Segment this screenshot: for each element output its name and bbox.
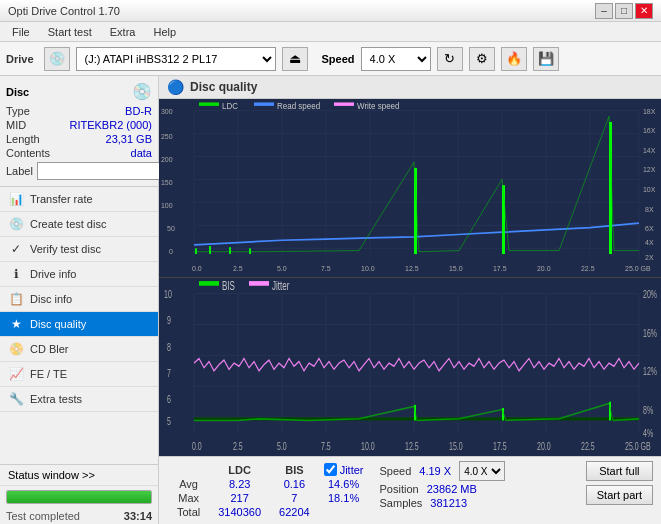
svg-text:100: 100 (161, 201, 173, 211)
svg-text:7.5: 7.5 (321, 440, 331, 452)
sidebar-item-drive-info[interactable]: ℹ Drive info (0, 262, 158, 287)
sidebar-item-disc-info[interactable]: 📋 Disc info (0, 287, 158, 312)
svg-text:5.0: 5.0 (277, 264, 287, 274)
svg-text:14X: 14X (643, 146, 655, 156)
svg-text:15.0: 15.0 (449, 440, 463, 452)
svg-text:12X: 12X (643, 165, 655, 175)
svg-text:22.5: 22.5 (581, 264, 595, 274)
menu-bar: File Start test Extra Help (0, 22, 661, 42)
bottom-chart-svg: BIS Jitter 10 9 8 7 6 5 20% 16% 12% 8% (159, 278, 661, 456)
avg-ldc: 8.23 (210, 478, 269, 490)
svg-text:LDC: LDC (222, 101, 238, 112)
svg-text:Jitter: Jitter (272, 280, 290, 293)
jitter-checkbox-label[interactable]: Jitter (324, 463, 364, 476)
svg-text:20%: 20% (643, 289, 657, 301)
disc-image-icon: 💿 (132, 82, 152, 101)
svg-text:12%: 12% (643, 366, 657, 378)
sidebar-item-extra-tests[interactable]: 🔧 Extra tests (0, 387, 158, 412)
avg-jitter: 14.6% (320, 478, 368, 490)
minimize-button[interactable]: – (595, 3, 613, 19)
stats-table: LDC BIS Jitter Avg 8.23 0.16 (167, 461, 370, 520)
speed-info: Speed 4.19 X 4.0 X Position 23862 MB Sam… (380, 461, 506, 509)
jitter-checkbox[interactable] (324, 463, 337, 476)
start-part-button[interactable]: Start part (586, 485, 653, 505)
sidebar-item-transfer-rate[interactable]: 📊 Transfer rate (0, 187, 158, 212)
start-full-button[interactable]: Start full (586, 461, 653, 481)
top-chart: LDC Read speed Write speed 300 250 200 1… (159, 99, 661, 277)
type-value: BD-R (125, 105, 152, 117)
svg-text:BIS: BIS (222, 280, 235, 293)
settings-button[interactable]: ⚙ (469, 47, 495, 71)
progress-bar-fill (7, 491, 151, 503)
svg-text:2X: 2X (645, 252, 654, 262)
burn-button[interactable]: 🔥 (501, 47, 527, 71)
contents-label: Contents (6, 147, 50, 159)
svg-rect-19 (199, 102, 219, 105)
cd-bler-label: CD Bler (30, 343, 69, 355)
app-title: Opti Drive Control 1.70 (8, 5, 120, 17)
drive-icon-btn[interactable]: 💿 (44, 47, 70, 71)
sidebar-item-create-test-disc[interactable]: 💿 Create test disc (0, 212, 158, 237)
menu-start-test[interactable]: Start test (40, 24, 100, 40)
sidebar-item-disc-quality[interactable]: ★ Disc quality (0, 312, 158, 337)
speed-key-label: Speed (380, 465, 412, 477)
svg-text:10.0: 10.0 (361, 264, 375, 274)
svg-text:20.0: 20.0 (537, 264, 551, 274)
svg-text:10.0: 10.0 (361, 440, 375, 452)
disc-panel: Disc 💿 Type BD-R MID RITEKBR2 (000) Leng… (0, 76, 158, 187)
svg-text:5: 5 (167, 416, 171, 428)
eject-button[interactable]: ⏏ (282, 47, 308, 71)
svg-text:17.5: 17.5 (493, 264, 507, 274)
fe-te-label: FE / TE (30, 368, 67, 380)
svg-text:22.5: 22.5 (581, 440, 595, 452)
sidebar-item-verify-test-disc[interactable]: ✓ Verify test disc (0, 237, 158, 262)
menu-file[interactable]: File (4, 24, 38, 40)
svg-text:5.0: 5.0 (277, 440, 287, 452)
svg-text:8X: 8X (645, 204, 654, 214)
maximize-button[interactable]: □ (615, 3, 633, 19)
top-chart-svg: LDC Read speed Write speed 300 250 200 1… (159, 99, 661, 277)
speed-select-stats[interactable]: 4.0 X (459, 461, 505, 481)
drive-info-icon: ℹ (8, 267, 24, 281)
bottom-chart: BIS Jitter 10 9 8 7 6 5 20% 16% 12% 8% (159, 277, 661, 456)
drive-select[interactable]: (J:) ATAPI iHBS312 2 PL17 (76, 47, 276, 71)
total-label: Total (169, 506, 208, 518)
status-time: 33:14 (124, 510, 152, 522)
total-bis: 62204 (271, 506, 318, 518)
mid-value: RITEKBR2 (000) (69, 119, 152, 131)
svg-text:18X: 18X (643, 106, 655, 116)
sidebar-item-cd-bler[interactable]: 📀 CD Bler (0, 337, 158, 362)
save-button[interactable]: 💾 (533, 47, 559, 71)
label-input[interactable] (37, 162, 170, 180)
refresh-button[interactable]: ↻ (437, 47, 463, 71)
chart-title: Disc quality (190, 80, 257, 94)
status-bar: Status window >> Test completed 33:14 (0, 464, 158, 524)
position-key-label: Position (380, 483, 419, 495)
svg-text:8: 8 (167, 341, 171, 353)
svg-text:200: 200 (161, 155, 173, 165)
max-jitter: 18.1% (320, 492, 368, 504)
svg-text:4X: 4X (645, 237, 654, 247)
disc-quality-label: Disc quality (30, 318, 86, 330)
bottom-status: Test completed 33:14 (0, 508, 158, 524)
bis-col-header: BIS (271, 463, 318, 476)
status-window-item[interactable]: Status window >> (0, 465, 158, 486)
sidebar-item-fe-te[interactable]: 📈 FE / TE (0, 362, 158, 387)
menu-help[interactable]: Help (145, 24, 184, 40)
svg-rect-23 (334, 102, 354, 105)
max-label: Max (169, 492, 208, 504)
speed-select[interactable]: 4.0 X (361, 47, 431, 71)
svg-text:9: 9 (167, 315, 171, 327)
verify-test-label: Verify test disc (30, 243, 101, 255)
svg-text:20.0: 20.0 (537, 440, 551, 452)
drive-info-label: Drive info (30, 268, 76, 280)
mid-label: MID (6, 119, 26, 131)
menu-extra[interactable]: Extra (102, 24, 144, 40)
window-controls: – □ ✕ (595, 3, 653, 19)
total-ldc: 3140360 (210, 506, 269, 518)
disc-title: Disc (6, 86, 29, 98)
svg-text:150: 150 (161, 178, 173, 188)
length-value: 23,31 GB (106, 133, 152, 145)
svg-text:12.5: 12.5 (405, 440, 419, 452)
close-button[interactable]: ✕ (635, 3, 653, 19)
